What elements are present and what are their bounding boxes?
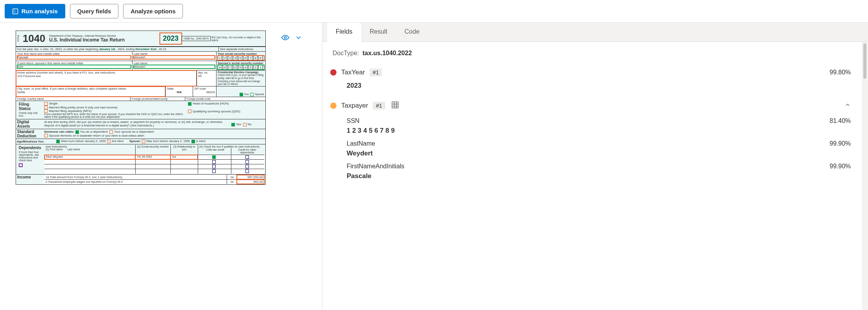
field-header-tp[interactable]: Taxpayer #1	[330, 99, 851, 112]
field-value: 2023	[330, 79, 851, 91]
city-field: Settle	[17, 90, 164, 94]
first-name-field: Pascale	[17, 56, 131, 59]
run-analysis-button[interactable]: Run analysis	[5, 4, 65, 18]
ssn-field: 123456789	[218, 56, 264, 60]
form-number: 1040	[20, 31, 48, 46]
doctype-row: DocType: tax.us.1040.2022	[330, 50, 851, 57]
subfield-value: Weydert	[347, 150, 851, 157]
field-group-taty: TaxYear #1 99.80% 2023	[330, 66, 851, 91]
field-name: TaxYear	[341, 68, 365, 76]
spouse-first-name-field: Johr	[17, 65, 131, 68]
results-pane: Fields Result Code DocType: tax.us.1040.…	[322, 23, 868, 310]
svg-rect-2	[392, 102, 398, 108]
toolbar: Run analysis Query fields Analyze option…	[0, 0, 868, 23]
status-dot-icon	[330, 103, 336, 109]
spouse-last-name-field: Weydert	[134, 65, 215, 68]
income-1a-field: 987,654.00	[237, 175, 264, 179]
chevron-down-icon[interactable]	[295, 34, 302, 43]
analysis-icon	[12, 8, 18, 14]
subfield-ssn: SSN81.40% 1 2 3 4 5 6 7 8 9	[330, 117, 851, 135]
chevron-up-icon[interactable]	[845, 102, 851, 109]
subfield-firstname: FirstNameAndInitials99.90% Pascale	[330, 163, 851, 180]
form-1040-preview[interactable]: Form 1040 Department of the Treasury—Int…	[16, 31, 266, 185]
subfield-lastname: LastName99.90% Weydert	[330, 140, 851, 157]
document-preview-pane: Form 1040 Department of the Treasury—Int…	[0, 23, 322, 310]
tab-result[interactable]: Result	[361, 23, 396, 41]
eye-icon[interactable]	[281, 34, 289, 43]
run-analysis-label: Run analysis	[21, 8, 58, 14]
field-badge: #1	[373, 102, 385, 110]
confidence-value: 99.90%	[830, 140, 851, 147]
status-dot-icon	[330, 69, 336, 76]
tab-code[interactable]: Code	[396, 23, 428, 41]
confidence-value: 81.40%	[830, 117, 851, 124]
scrollbar[interactable]	[862, 42, 868, 310]
query-fields-button[interactable]: Query fields	[70, 4, 119, 18]
confidence-value: 99.80%	[830, 69, 851, 76]
field-group-tp: Taxpayer #1 SSN81.40%	[330, 99, 851, 180]
table-icon[interactable]	[392, 101, 399, 110]
svg-point-1	[285, 37, 286, 39]
last-name-field: Weydert	[134, 56, 215, 59]
dependent-name-field: Elton Weydert	[45, 155, 135, 159]
doctype-value: tax.us.1040.2022	[362, 50, 412, 56]
analyze-options-label: Analyze options	[131, 8, 175, 14]
confidence-value: 99.90%	[830, 163, 851, 170]
field-header-ty[interactable]: TaxYear #1 99.80%	[330, 66, 851, 79]
tax-year-field: 2023	[160, 33, 182, 44]
field-badge: #1	[370, 68, 382, 76]
scrollbar-thumb[interactable]	[863, 43, 866, 79]
subfield-value: Pascale	[347, 172, 851, 180]
spouse-ssn-field: 987654321	[218, 65, 264, 70]
tab-fields[interactable]: Fields	[327, 23, 361, 42]
subfield-value: 1 2 3 4 5 6 7 8 9	[347, 127, 851, 135]
results-tabs: Fields Result Code	[322, 23, 868, 42]
query-fields-label: Query fields	[77, 8, 111, 14]
analyze-options-button[interactable]: Analyze options	[123, 4, 183, 18]
fields-panel: DocType: tax.us.1040.2022 TaxYear #1 99.…	[322, 42, 862, 310]
address-field: 123 Fremont ave	[17, 74, 195, 78]
field-name: Taxpayer	[341, 102, 368, 110]
